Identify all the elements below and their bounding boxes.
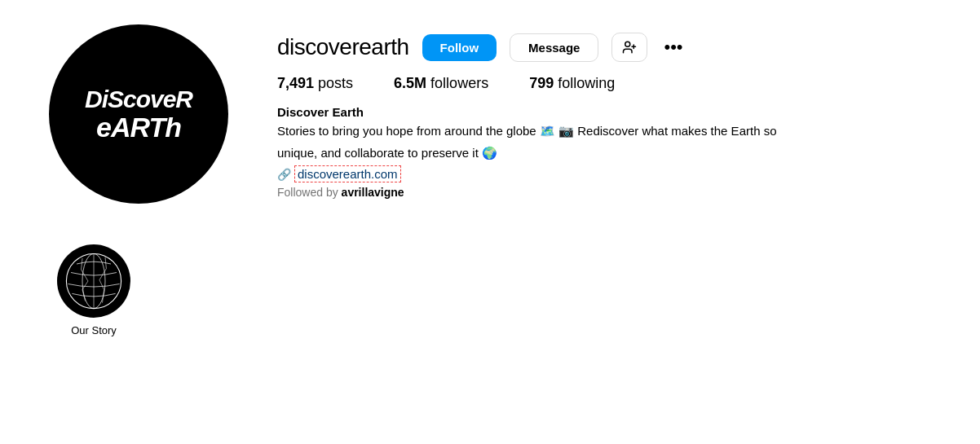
highlights-section: Our Story (49, 244, 931, 336)
avatar-logo-line1: DiScoveR (85, 86, 192, 112)
bio-link[interactable]: discoverearth.com (294, 165, 401, 182)
bio-link-row: 🔗 discoverearth.com (277, 165, 931, 182)
bio-name: Discover Earth (277, 105, 931, 119)
link-icon: 🔗 (277, 168, 291, 181)
username: discoverearth (277, 34, 409, 60)
more-dots-icon: ••• (664, 37, 682, 57)
avatar: DiScoveR eARTh (49, 24, 228, 204)
avatar-logo-line2: eARTh (85, 112, 192, 143)
bio-text-line1: Stories to bring you hope from around th… (277, 122, 848, 141)
following-stat: 799 following (529, 75, 615, 92)
highlight-circle-our-story (57, 244, 130, 318)
followed-by-username[interactable]: avrillavigne (342, 186, 404, 199)
posts-count: 7,491 (277, 75, 314, 92)
add-person-icon (622, 40, 637, 55)
svg-point-0 (625, 42, 630, 46)
posts-stat: 7,491 posts (277, 75, 353, 92)
followed-by-prefix: Followed by (277, 186, 342, 199)
highlight-globe-icon (65, 253, 122, 310)
profile-header: discoverearth Follow Message ••• (277, 33, 931, 62)
following-label: following (558, 75, 615, 92)
followers-count: 6.5M (394, 75, 426, 92)
highlight-label-our-story: Our Story (71, 324, 117, 336)
following-count: 799 (529, 75, 554, 92)
message-button[interactable]: Message (510, 33, 598, 62)
bio-text-line2: unique, and collaborate to preserve it 🌍 (277, 144, 848, 163)
page-container: DiScoveR eARTh discoverearth Follow Mess… (0, 0, 980, 361)
followed-by: Followed by avrillavigne (277, 186, 931, 199)
follow-button[interactable]: Follow (422, 34, 497, 61)
highlight-item-our-story[interactable]: Our Story (57, 244, 130, 336)
profile-section: DiScoveR eARTh discoverearth Follow Mess… (49, 24, 931, 204)
stats-row: 7,491 posts 6.5M followers 799 following (277, 75, 931, 92)
followers-label: followers (430, 75, 488, 92)
bio-section: Discover Earth Stories to bring you hope… (277, 105, 931, 199)
avatar-logo-text: DiScoveR eARTh (85, 86, 192, 143)
add-person-button[interactable] (611, 33, 647, 62)
profile-info: discoverearth Follow Message ••• (277, 24, 931, 199)
avatar-container: DiScoveR eARTh (49, 24, 228, 204)
more-options-button[interactable]: ••• (660, 37, 686, 58)
followers-stat: 6.5M followers (394, 75, 488, 92)
posts-label: posts (318, 75, 353, 92)
